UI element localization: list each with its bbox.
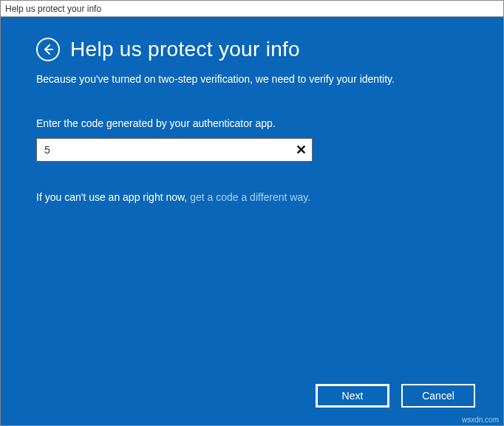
arrow-left-icon: [42, 44, 54, 55]
code-field-label: Enter the code generated by your authent…: [36, 117, 468, 129]
header-row: Help us protect your info: [36, 38, 468, 61]
close-icon: ✕: [296, 142, 307, 158]
code-input[interactable]: [36, 138, 313, 162]
page-title: Help us protect your info: [70, 38, 300, 61]
back-button[interactable]: [36, 38, 60, 61]
page-subtitle: Because you've turned on two-step verifi…: [36, 73, 468, 85]
help-prefix: If you can't use an app right now,: [36, 191, 190, 203]
next-button[interactable]: Next: [316, 384, 389, 408]
window-title: Help us protect your info: [5, 4, 101, 14]
window-titlebar: Help us protect your info: [1, 1, 503, 17]
clear-input-button[interactable]: ✕: [289, 138, 313, 162]
button-row: Next Cancel: [316, 384, 475, 408]
watermark: wsxdn.com: [462, 416, 499, 424]
dialog-content: Help us protect your info Because you've…: [1, 17, 503, 425]
code-input-wrap: ✕: [36, 138, 313, 162]
cancel-button[interactable]: Cancel: [401, 384, 475, 408]
alternate-code-link[interactable]: get a code a different way.: [190, 191, 310, 203]
help-text: If you can't use an app right now, get a…: [36, 191, 468, 203]
